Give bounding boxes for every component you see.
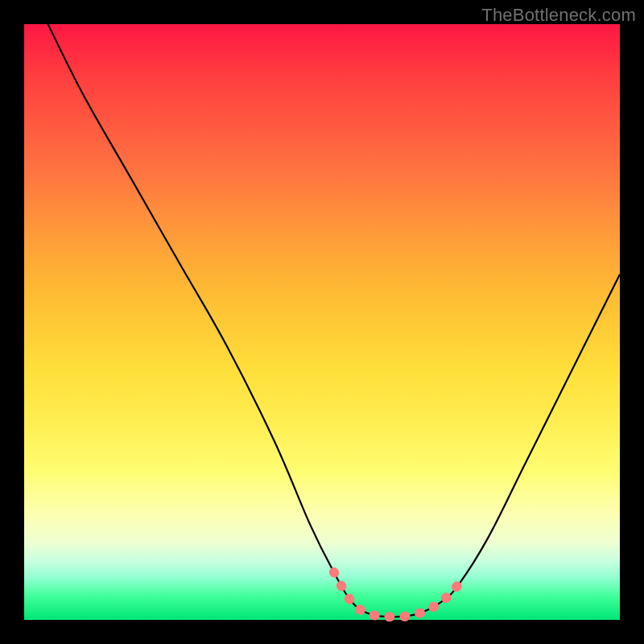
chart-frame: TheBottleneck.com [0, 0, 644, 644]
optimal-range-marker [334, 572, 459, 617]
bottleneck-curve [48, 24, 620, 617]
watermark-text: TheBottleneck.com [481, 5, 636, 26]
curve-layer [24, 24, 620, 620]
plot-area [24, 24, 620, 620]
